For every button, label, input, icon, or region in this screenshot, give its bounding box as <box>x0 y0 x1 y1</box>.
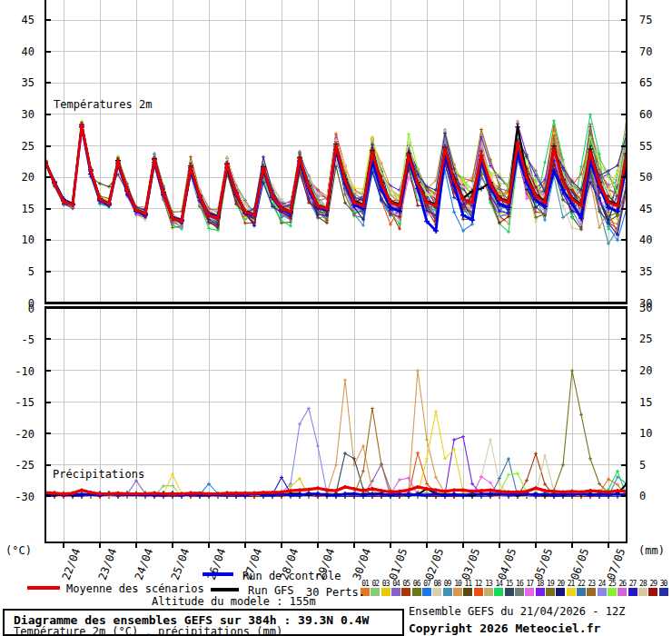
pert-number: 04 <box>390 580 401 588</box>
pert-color-square <box>628 588 637 596</box>
pert-color-square <box>577 588 586 596</box>
pert-color-square <box>443 588 452 596</box>
pert-number: 17 <box>524 580 535 588</box>
pert-color-square <box>505 588 514 596</box>
pert-number: 21 <box>566 580 577 588</box>
pert-color-square <box>453 588 462 596</box>
pert-number: 29 <box>647 580 658 588</box>
pert-number: 23 <box>586 580 597 588</box>
pert-color-square <box>412 588 421 596</box>
pert-color-square <box>587 588 596 596</box>
pert-color-square <box>463 588 472 596</box>
diagram-subtitle: Température 2m (°C) , précipitations (mm… <box>14 625 282 636</box>
pert-color-square <box>556 588 565 596</box>
pert-number: 18 <box>535 580 546 588</box>
pert-number: 15 <box>504 580 515 588</box>
precip-panel-title: Précipitations <box>53 468 144 481</box>
pert-color-square <box>474 588 483 596</box>
pert-number: 25 <box>607 580 618 588</box>
pert-color-square <box>371 588 380 596</box>
pert-number: 13 <box>483 580 494 588</box>
pert-number: 27 <box>628 580 638 588</box>
run-info: Ensemble GEFS du 21/04/2026 - 12Z <box>409 605 625 618</box>
pert-number: 12 <box>473 580 484 588</box>
pert-number: 02 <box>370 580 380 588</box>
copyright: Copyright 2026 Meteociel.fr <box>409 621 600 635</box>
pert-color-square <box>608 588 617 596</box>
pert-color-square <box>567 588 576 596</box>
pert-color-square <box>659 588 668 596</box>
precip-member-21-line <box>44 410 628 498</box>
pert-number: 09 <box>442 580 453 588</box>
pert-number: 22 <box>576 580 587 588</box>
pert-number: 10 <box>452 580 463 588</box>
legend-gfs-swatch <box>211 588 239 591</box>
pert-color-square <box>432 588 441 596</box>
pert-color-square <box>391 588 400 596</box>
pert-color-square <box>422 588 431 596</box>
pert-number: 24 <box>597 580 608 588</box>
temp-panel-title: Températures 2m <box>54 98 152 111</box>
altitude-label: Altitude du modele : 155m <box>152 595 316 608</box>
precip-member-24-line <box>44 407 628 499</box>
pert-number: 19 <box>545 580 556 588</box>
pert-color-square <box>381 588 390 596</box>
pert-number: 16 <box>514 580 525 588</box>
legend-mean-label: Moyenne des scénarios <box>66 582 204 595</box>
pert-color-square <box>536 588 545 596</box>
pert-number: 20 <box>555 580 566 588</box>
pert-number: 03 <box>380 580 391 588</box>
legend-control-swatch <box>203 572 233 576</box>
gefs-ensemble-diagram: 454035302520151050757065605550454035300-… <box>0 0 672 636</box>
pert-color-square <box>638 588 647 596</box>
pert-number: 05 <box>400 580 411 588</box>
pert-color-square <box>618 588 627 596</box>
pert-number: 07 <box>421 580 432 588</box>
pert-color-square <box>401 588 410 596</box>
left-axis-unit-label: (°C) <box>5 544 32 557</box>
pert-number: 06 <box>411 580 422 588</box>
right-axis-unit-label: (mm) <box>638 544 665 557</box>
pert-number: 08 <box>431 580 442 588</box>
precip-member-23-line <box>44 407 628 499</box>
footer-title-box: Diagramme des ensembles GEFS sur 384h : … <box>3 609 404 636</box>
pert-number: 26 <box>617 580 628 588</box>
pert-number: 30 <box>658 580 669 588</box>
pert-color-square <box>525 588 534 596</box>
legend-control-label: Run de contrôle <box>242 570 341 582</box>
pert-number: 14 <box>493 580 504 588</box>
pert-color-square <box>598 588 607 596</box>
pert-color-square <box>546 588 555 596</box>
pert-number: 11 <box>462 580 473 588</box>
pert-color-square <box>484 588 493 596</box>
pert-color-square <box>494 588 503 596</box>
pert-color-square <box>515 588 524 596</box>
pert-color-square <box>648 588 657 596</box>
legend-mean-swatch <box>27 586 60 590</box>
pert-number: 28 <box>637 580 648 588</box>
